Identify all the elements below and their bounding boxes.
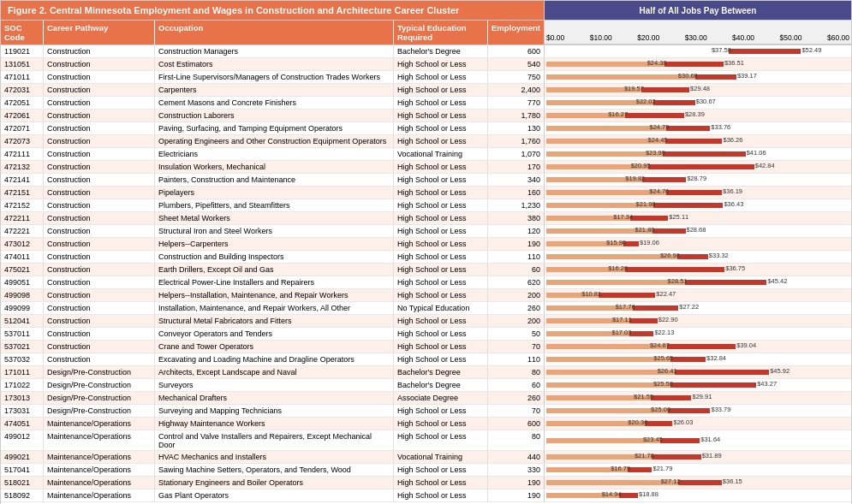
bar-wrapper: $23.99$41.06 [546, 150, 837, 158]
cell-emp: 330 [488, 464, 544, 476]
cell-soc: 537032 [1, 353, 44, 365]
table-row: 499012Maintenance/OperationsControl and … [1, 430, 851, 451]
chart-cell: $14.94$18.88 [545, 489, 851, 501]
cell-emp: 60 [488, 264, 544, 276]
chart-cell: $25.58$43.27 [545, 379, 851, 391]
axis-label-30: $30.00 [685, 33, 707, 42]
cell-pathway: Construction [44, 84, 155, 96]
bar-low-label: $19.82 [625, 175, 645, 182]
bar-high-label: $22.13 [654, 329, 674, 336]
chart-cell: $27.12$36.15 [545, 477, 851, 489]
bar-low-label: $26.98 [660, 252, 680, 259]
bar-high-label: $25.11 [669, 213, 688, 221]
cell-emp: 260 [488, 392, 544, 404]
bar-high [695, 74, 736, 80]
row-table-cells: 472211ConstructionSheet Metal WorkersHig… [1, 212, 545, 224]
chart-cell: $21.70$31.89 [545, 451, 851, 463]
cell-emp: 440 [488, 451, 544, 463]
cell-emp: 600 [488, 45, 544, 57]
bar-wrapper: $20.36$26.03 [546, 419, 837, 428]
bar-high-label: $36.75 [725, 264, 745, 272]
bar-wrapper: $15.90$19.06 [546, 240, 837, 248]
axis-label-10: $10.00 [590, 33, 612, 42]
table-row: 472073ConstructionOperating Engineers an… [1, 135, 851, 148]
cell-soc: 472141 [1, 174, 44, 186]
cell-occ: Crane and Tower Operators [155, 341, 394, 353]
cell-pathway: Maintenance/Operations [44, 477, 155, 489]
bar-low [546, 382, 670, 388]
bar-wrapper: $24.79$33.76 [546, 124, 837, 133]
cell-edu: High School or Less [394, 405, 488, 417]
bar-high-label: $21.79 [652, 465, 672, 472]
bar-high [628, 467, 652, 472]
cell-occ: Surveying and Mapping Technicians [155, 405, 394, 417]
cell-emp: 770 [488, 97, 544, 109]
cell-pathway: Construction [44, 353, 155, 365]
cell-edu: Bachelor's Degree [394, 379, 488, 391]
row-table-cells: 518021Maintenance/OperationsStationary E… [1, 477, 545, 489]
cell-soc: 474011 [1, 251, 44, 263]
bar-high-label: $28.79 [687, 175, 706, 182]
cell-pathway: Construction [44, 225, 155, 237]
cell-edu: High School or Less [394, 430, 488, 450]
cell-occ: Installation, Maintenance, and Repair Wo… [155, 302, 394, 314]
bar-low [546, 480, 678, 485]
cell-pathway: Construction [44, 264, 155, 276]
bar-low-label: $28.51 [668, 277, 688, 285]
chart-cell: $24.79$33.76 [545, 122, 851, 134]
bar-low [546, 280, 685, 285]
table-row: 537021ConstructionCrane and Tower Operat… [1, 341, 851, 353]
cell-edu: Bachelor's Degree [394, 366, 488, 378]
bar-low-label: $21.55 [634, 393, 653, 400]
cell-occ: Construction and Building Inspectors [155, 251, 394, 263]
cell-occ: Gas Plant Operators [155, 489, 394, 501]
bar-low [546, 190, 666, 195]
cell-edu: High School or Less [394, 161, 488, 173]
cell-edu: High School or Less [394, 110, 488, 122]
cell-edu: High School or Less [394, 489, 488, 501]
bar-high-label: $30.67 [696, 98, 716, 105]
table-row: 171011Design/Pre-ConstructionArchitects,… [1, 366, 851, 379]
cell-soc: 518092 [1, 489, 44, 501]
row-table-cells: 472132ConstructionInsulation Workers, Me… [1, 161, 545, 173]
bar-low-label: $24.45 [648, 136, 668, 144]
bar-high [670, 357, 706, 362]
bar-wrapper: $16.27$28.39 [546, 111, 837, 120]
bar-high [660, 438, 700, 443]
row-table-cells: 475021ConstructionEarth Drillers, Except… [1, 264, 545, 276]
bar-low-label: $10.81 [581, 290, 601, 298]
bar-high-label: $36.19 [723, 187, 742, 195]
chart-cell: $15.90$19.06 [545, 238, 851, 250]
row-table-cells: 472141ConstructionPainters, Construction… [1, 174, 545, 186]
bar-high [619, 493, 638, 498]
table-row: 472031ConstructionCarpentersHigh School … [1, 84, 851, 97]
cell-soc: 119021 [1, 45, 44, 57]
bar-wrapper: $24.76$36.19 [546, 188, 837, 197]
row-table-cells: 499098ConstructionHelpers--Installation,… [1, 289, 545, 301]
bar-high [675, 370, 770, 375]
cell-occ: Carpenters [155, 84, 394, 96]
bar-wrapper: $19.57$29.48 [546, 86, 837, 94]
cell-emp: 80 [488, 430, 544, 450]
bar-low-label: $25.65 [653, 354, 673, 362]
bar-low [546, 370, 675, 375]
chart-cell: $21.80$28.68 [545, 225, 851, 237]
cell-edu: Vocational Training [394, 451, 488, 463]
table-row: 472071ConstructionPaving, Surfacing, and… [1, 122, 851, 135]
cell-emp: 340 [488, 174, 544, 186]
chart-cell: $24.45$36.26 [545, 135, 851, 147]
row-table-cells: 173031Design/Pre-ConstructionSurveying a… [1, 405, 545, 417]
bar-low-label: $22.02 [636, 98, 656, 105]
bar-label-2: $52.49 [801, 46, 821, 54]
cell-occ: Control and Valve Installers and Repaire… [155, 430, 394, 450]
bar-high-label: $36.43 [724, 200, 743, 208]
cell-pathway: Construction [44, 148, 155, 160]
cell-emp: 190 [488, 477, 544, 489]
cell-edu: High School or Less [394, 97, 488, 109]
bar-high [677, 254, 708, 259]
cell-emp: 170 [488, 161, 544, 173]
bar-low [546, 344, 667, 349]
bar-high-label: $39.04 [736, 341, 756, 349]
row-table-cells: 517041Maintenance/OperationsSawing Machi… [1, 464, 545, 476]
chart-cell: $20.95$42.84 [545, 161, 851, 173]
